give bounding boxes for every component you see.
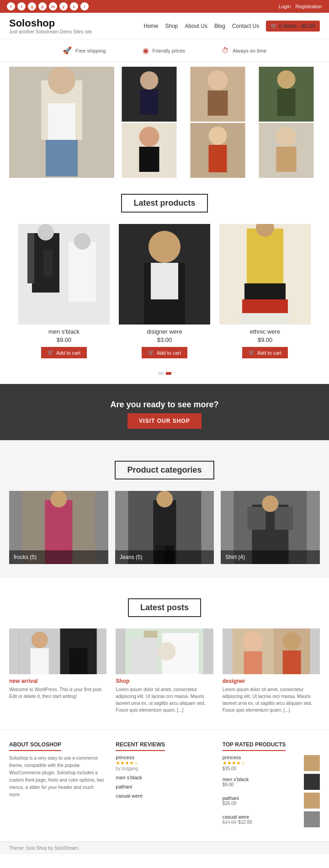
post-title-3[interactable]: designer xyxy=(223,678,320,684)
post-card-2: Shop Lorem ipsum dolor sit amet, consect… xyxy=(116,628,213,714)
social-icon-8[interactable]: r xyxy=(80,2,89,11)
feature-shipping: 🚀 Free shipping xyxy=(63,46,106,55)
svg-point-15 xyxy=(139,127,159,147)
social-icon-1[interactable]: f xyxy=(7,2,15,11)
svg-rect-16 xyxy=(139,147,159,172)
svg-point-9 xyxy=(208,70,228,91)
svg-rect-37 xyxy=(242,299,288,315)
product-card-3: ethnic were $9.00 🛒 Add to cart xyxy=(219,224,311,358)
product-card-2: disigner were $3.00 🛒 Add to cart xyxy=(119,224,210,358)
social-icon-6[interactable]: y xyxy=(59,2,68,11)
tp-price-3: $26.00 xyxy=(223,801,239,806)
svg-point-57 xyxy=(32,632,48,648)
category-frocks[interactable]: frocks (5) xyxy=(9,491,108,564)
review-stars-1: ★★★★☆ xyxy=(116,760,213,766)
product-card-1: men s'black $9.00 🛒 Add to cart xyxy=(18,224,110,358)
footer-top-rated: TOP RATED PRODUCTS princess ★★★★☆ $35.00… xyxy=(223,741,320,830)
post-title-1[interactable]: new arrival xyxy=(9,678,106,684)
social-icon-2[interactable]: t xyxy=(17,2,26,11)
nav-about[interactable]: About Us xyxy=(185,23,207,29)
products-grid: men s'black $9.00 🛒 Add to cart disigner… xyxy=(0,219,329,367)
svg-point-27 xyxy=(37,224,54,240)
nav-home[interactable]: Home xyxy=(143,23,158,29)
logo-tagline: Just another Solostream Demo Sites site xyxy=(9,29,92,34)
svg-rect-60 xyxy=(69,648,88,674)
social-icon-4[interactable]: p xyxy=(38,2,47,11)
posts-grid: new arrival Welcome to WordPress. This i… xyxy=(9,624,320,720)
social-icon-3[interactable]: g xyxy=(28,2,36,11)
tp-thumb-2 xyxy=(304,774,320,790)
login-link[interactable]: Login xyxy=(278,4,291,9)
social-icon-7[interactable]: v xyxy=(70,2,78,11)
top-product-2: men s'black $9.00 xyxy=(223,774,320,790)
time-label: Always on time xyxy=(233,48,266,53)
post-card-1: new arrival Welcome to WordPress. This i… xyxy=(9,628,106,714)
cta-button[interactable]: VISIT OuR ShOp xyxy=(127,413,201,429)
svg-rect-69 xyxy=(244,651,262,674)
category-shirt-label: Shirt (4) xyxy=(221,550,320,564)
svg-rect-26 xyxy=(69,242,96,302)
category-jeans[interactable]: Jeans (5) xyxy=(115,491,214,564)
tp-price-2: $9.00 xyxy=(223,782,249,787)
svg-point-68 xyxy=(243,631,263,651)
dot-1[interactable] xyxy=(158,372,164,375)
product-name-3: ethnic were xyxy=(219,328,311,335)
svg-point-21 xyxy=(276,127,297,147)
product-price-2: $3.00 xyxy=(119,336,210,343)
logo-area: Soloshop Just another Solostream Demo Si… xyxy=(9,17,92,34)
tp-thumb-1 xyxy=(304,755,320,771)
footer-reviews-title: RECENT REVIEWS xyxy=(116,741,165,751)
svg-point-65 xyxy=(158,642,176,660)
shipping-icon: 🚀 xyxy=(63,46,72,55)
gallery-img-2 xyxy=(184,67,251,122)
gallery-img-6 xyxy=(253,123,320,178)
svg-rect-51 xyxy=(275,507,293,530)
categories-title-wrapper: Product categories xyxy=(9,449,320,486)
product-img-3 xyxy=(219,224,311,325)
post-title-2[interactable]: Shop xyxy=(116,678,213,684)
pagination-dots xyxy=(0,367,329,384)
review-by-1: by bstgang xyxy=(116,766,213,771)
review-name-4: casual were xyxy=(116,793,213,799)
product-img-2 xyxy=(119,224,210,325)
post-img-2 xyxy=(116,628,213,674)
add-to-cart-btn-1[interactable]: 🛒 Add to cart xyxy=(41,347,87,358)
product-img-1 xyxy=(18,224,110,325)
nav-blog[interactable]: Blog xyxy=(214,23,225,29)
footer-bottom: Theme: Solo Shop by SoloStream. xyxy=(0,841,329,854)
shipping-label: Free shipping xyxy=(75,48,106,53)
svg-rect-19 xyxy=(209,145,227,172)
post-img-1 xyxy=(9,628,106,674)
add-to-cart-btn-3[interactable]: 🛒 Add to cart xyxy=(242,347,288,358)
footer-bottom-text: Theme: Solo Shop by SoloStream. xyxy=(9,846,80,851)
tp-price-new-4: $12.00 xyxy=(238,820,252,825)
tp-stars-1: ★★★★☆ xyxy=(223,760,245,766)
review-item-2: men s'black xyxy=(116,775,213,780)
category-shirt[interactable]: Shirt (4) xyxy=(221,491,320,564)
posts-title: Latest posts xyxy=(128,598,201,617)
latest-products-title: Latest products xyxy=(121,194,207,213)
svg-point-28 xyxy=(74,233,90,250)
registration-link[interactable]: Registration xyxy=(295,4,322,9)
dot-2[interactable] xyxy=(166,372,171,375)
logo-name[interactable]: Soloshop xyxy=(9,17,92,29)
nav-area: Home Shop About Us Blog Contact Us 🛒 0 i… xyxy=(143,21,320,32)
svg-rect-62 xyxy=(130,638,158,674)
nav-shop[interactable]: Shop xyxy=(165,23,178,29)
gallery-img-1 xyxy=(116,67,183,122)
svg-point-6 xyxy=(140,71,159,90)
cta-heading: Are you ready to see more? xyxy=(9,400,320,410)
top-bar-links: Login Registration xyxy=(278,4,322,9)
review-name-1: princess xyxy=(116,755,213,760)
cart-button[interactable]: 🛒 0 items - $0.00 xyxy=(266,21,320,32)
svg-point-53 xyxy=(262,495,279,512)
social-icon-5[interactable]: in xyxy=(49,2,57,11)
svg-rect-36 xyxy=(244,283,286,302)
post-text-3: Lorem ipsum dolor sit amet, consectetur … xyxy=(223,686,320,714)
add-to-cart-btn-2[interactable]: 🛒 Add to cart xyxy=(142,347,187,358)
tp-price-old-4: $14.00 xyxy=(223,820,237,825)
svg-point-46 xyxy=(156,491,173,507)
footer-about: ABOUT SOLOSHOP Soloshop is a very easy t… xyxy=(9,741,106,830)
nav-contact[interactable]: Contact Us xyxy=(232,23,259,29)
svg-rect-25 xyxy=(27,233,34,283)
